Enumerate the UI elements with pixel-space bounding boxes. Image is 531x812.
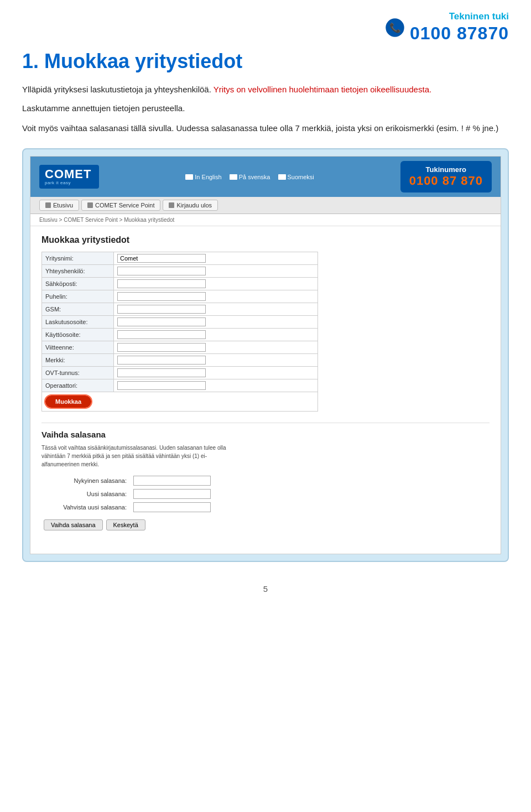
logo-comet: COMET	[45, 168, 91, 180]
intro-paragraph-1: Ylläpidä yrityksesi laskutustietoja ja y…	[22, 83, 509, 96]
form-label: Käyttöosoite:	[42, 329, 114, 341]
pw-buttons: Vaihda salasana Keskeytä	[41, 519, 490, 530]
flag-en-icon	[185, 174, 193, 180]
support-label: Tekninen tuki	[410, 11, 509, 22]
form-value[interactable]	[114, 341, 318, 354]
form-label: Puhelin:	[42, 290, 114, 303]
form-label: GSM:	[42, 303, 114, 316]
page-number: 5	[22, 584, 509, 594]
form-input[interactable]	[117, 381, 206, 390]
company-form-table: Yritysnimi:Yhteyshenkilö:Sähköposti:Puhe…	[41, 252, 318, 412]
pw-input[interactable]	[133, 489, 211, 499]
pw-label: Nykyinen salasana:	[41, 474, 130, 487]
pw-row: Vahvista uusi salasana:	[41, 501, 214, 514]
pw-label: Uusi salasana:	[41, 487, 130, 501]
form-row: Laskutusosoite:	[42, 316, 318, 329]
form-value[interactable]	[114, 303, 318, 316]
form-input[interactable]	[117, 356, 206, 365]
form-input[interactable]	[117, 343, 206, 352]
pw-input[interactable]	[133, 476, 211, 486]
pw-input[interactable]	[133, 502, 211, 512]
nav-service-label: COMET Service Point	[95, 202, 154, 209]
form-label: Merkki:	[42, 354, 114, 367]
form-input[interactable]	[117, 317, 206, 326]
form-input[interactable]	[117, 330, 206, 339]
breadcrumb-text: Etusivu > COMET Service Point > Muokkaa …	[39, 217, 174, 223]
header-bar: COMET park it easy In English På svenska	[30, 157, 501, 197]
muokkaa-row: Muokkaa	[42, 392, 318, 412]
form-row: Viitteenne:	[42, 341, 318, 354]
intro-paragraph-2: Laskutamme annettujen tietojen perusteel…	[22, 102, 509, 115]
tukinumero-box: Tukinumero 0100 87 870	[400, 161, 492, 192]
intro-plain: Ylläpidä yrityksesi laskutustietoja ja y…	[22, 85, 214, 94]
support-number: 0100 87870	[410, 23, 509, 44]
form-label: Sähköposti:	[42, 278, 114, 290]
nav-etusivu[interactable]: Etusivu	[39, 200, 79, 211]
form-row: Puhelin:	[42, 290, 318, 303]
vaihda-salasana-label: Vaihda salasana	[51, 522, 96, 528]
nav-etusivu-label: Etusivu	[53, 202, 73, 209]
nav-kirjaudu[interactable]: Kirjaudu ulos	[163, 200, 218, 211]
tukinumero-label: Tukinumero	[409, 165, 483, 174]
nav-service-point[interactable]: COMET Service Point	[81, 200, 160, 211]
form-section-title: Muokkaa yritystiedot	[41, 235, 490, 245]
pw-label: Vahvista uusi salasana:	[41, 501, 130, 514]
pw-row: Nykyinen salasana:	[41, 474, 214, 487]
keskeyta-label: Keskeytä	[113, 522, 138, 528]
lang-english[interactable]: In English	[185, 174, 221, 180]
keskeyta-button[interactable]: Keskeytä	[106, 519, 145, 530]
muokkaa-button[interactable]: Muokkaa	[45, 395, 91, 408]
logout-icon	[169, 202, 174, 208]
form-row: Operaattori:	[42, 379, 318, 392]
form-input[interactable]	[117, 254, 206, 263]
lang-sv-label: På svenska	[239, 174, 270, 180]
content-area: Muokkaa yritystiedot Yritysnimi:Yhteyshe…	[30, 226, 501, 539]
form-input[interactable]	[117, 279, 206, 288]
form-input[interactable]	[117, 267, 206, 275]
lang-swedish[interactable]: På svenska	[230, 174, 270, 180]
pw-input-cell[interactable]	[130, 501, 214, 514]
service-icon	[87, 202, 93, 208]
nav-kirjaudu-label: Kirjaudu ulos	[176, 202, 212, 209]
form-input[interactable]	[117, 368, 206, 377]
form-value[interactable]	[114, 367, 318, 379]
form-input[interactable]	[117, 305, 206, 314]
form-value[interactable]	[114, 329, 318, 341]
form-value[interactable]	[114, 316, 318, 329]
breadcrumb: Etusivu > COMET Service Point > Muokkaa …	[30, 214, 501, 226]
form-row: Käyttöosoite:	[42, 329, 318, 341]
form-value[interactable]	[114, 265, 318, 278]
screenshot-container: COMET park it easy In English På svenska	[22, 148, 509, 562]
form-value[interactable]	[114, 252, 318, 265]
tukinumero-number: 0100 87 870	[409, 174, 483, 188]
form-row: Yritysnimi:	[42, 252, 318, 265]
phone-icon: 📞	[384, 17, 405, 38]
vaihda-desc: Tässä voit vaihtaa sisäänkirjautumissala…	[41, 444, 230, 469]
pw-input-cell[interactable]	[130, 487, 214, 501]
password-table: Nykyinen salasana:Uusi salasana:Vahvista…	[41, 474, 214, 514]
nav-bar: Etusivu COMET Service Point Kirjaudu ulo…	[30, 197, 501, 214]
form-label: Operaattori:	[42, 379, 114, 392]
form-value[interactable]	[114, 278, 318, 290]
form-value[interactable]	[114, 354, 318, 367]
svg-text:📞: 📞	[389, 22, 400, 34]
form-input[interactable]	[117, 292, 206, 301]
lang-finnish[interactable]: Suomeksi	[278, 174, 314, 180]
vaihda-title: Vaihda salasana	[41, 423, 490, 439]
pw-input-cell[interactable]	[130, 474, 214, 487]
form-value[interactable]	[114, 379, 318, 392]
intro-highlight: Yritys on velvollinen huolehtimaan tieto…	[214, 85, 431, 94]
vaihda-salasana-button[interactable]: Vaihda salasana	[44, 519, 103, 530]
body-paragraph-1: Voit myös vaihtaa salasanasi tällä sivul…	[22, 122, 509, 135]
form-row: OVT-tunnus:	[42, 367, 318, 379]
inner-page: COMET park it easy In English På svenska	[30, 156, 501, 554]
pw-row: Uusi salasana:	[41, 487, 214, 501]
home-icon	[45, 202, 51, 208]
logo-box: COMET park it easy	[39, 165, 99, 189]
form-label: Yhteyshenkilö:	[42, 265, 114, 278]
form-row: Merkki:	[42, 354, 318, 367]
form-row: Yhteyshenkilö:	[42, 265, 318, 278]
form-value[interactable]	[114, 290, 318, 303]
page-title: 1. Muokkaa yritystiedot	[22, 50, 509, 73]
form-label: OVT-tunnus:	[42, 367, 114, 379]
